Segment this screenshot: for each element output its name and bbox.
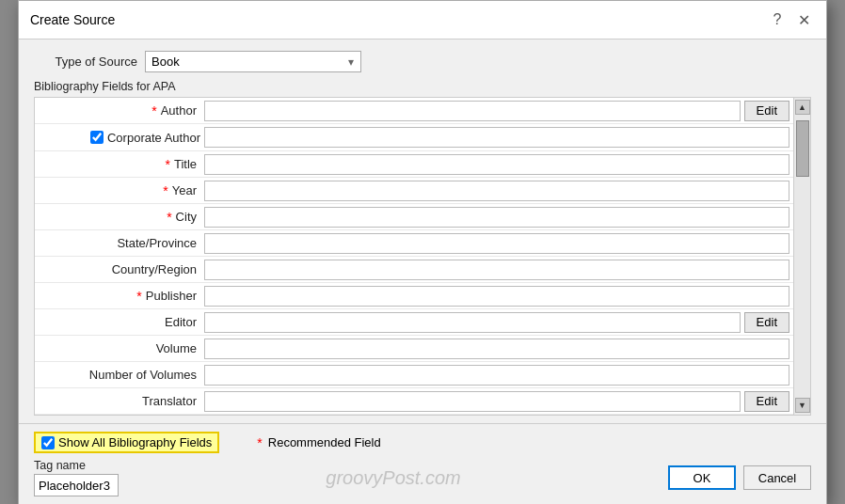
author-label: Author [161, 103, 197, 118]
show-all-label: Show All Bibliography Fields [58, 435, 212, 449]
publisher-row: * Publisher [35, 283, 793, 309]
corporate-author-label: Corporate Author [107, 131, 200, 145]
editor-input[interactable] [204, 312, 741, 333]
city-row: * City [35, 204, 793, 230]
publisher-required-star: * [136, 290, 141, 303]
year-required-star: * [163, 184, 167, 197]
type-of-source-label: Type of Source [34, 55, 137, 69]
recommended-row: * Recommended Field [257, 435, 380, 449]
city-input[interactable] [204, 207, 789, 228]
scroll-up-button[interactable]: ▲ [795, 100, 810, 115]
year-input[interactable] [204, 181, 789, 201]
help-button[interactable]: ? [766, 8, 789, 31]
scroll-down-button[interactable]: ▼ [795, 398, 810, 413]
volume-label-cell: Volume [35, 341, 204, 355]
create-source-dialog: Create Source ? ✕ Type of Source Book Bo… [18, 0, 827, 504]
title-input[interactable] [204, 154, 789, 175]
ok-button[interactable]: OK [668, 465, 736, 490]
scrollbar-track: ▲ ▼ [793, 98, 810, 415]
corporate-author-row: Corporate Author [35, 124, 793, 151]
country-region-input[interactable] [204, 260, 789, 280]
country-region-label: Country/Region [112, 262, 197, 276]
country-region-label-cell: Country/Region [35, 262, 204, 276]
year-label-cell: * Year [35, 183, 204, 197]
translator-label: Translator [142, 394, 197, 408]
volume-row: Volume [35, 336, 793, 362]
type-of-source-select-wrapper: Book Book Section Journal Article Articl… [145, 51, 361, 72]
footer-buttons: OK Cancel [668, 465, 811, 490]
publisher-label-cell: * Publisher [35, 289, 204, 303]
translator-edit-button[interactable]: Edit [744, 391, 789, 412]
bibliography-section-label: Bibliography Fields for APA [34, 80, 811, 93]
footer-bottom: Tag name groovyPost.com OK Cancel [34, 459, 811, 496]
cancel-button[interactable]: Cancel [743, 465, 811, 490]
year-row: * Year [35, 178, 793, 204]
scroll-thumb-area [795, 117, 810, 396]
corporate-author-checkbox[interactable] [90, 131, 104, 144]
title-label: Title [174, 157, 197, 171]
title-bar-controls: ? ✕ [766, 8, 815, 31]
show-all-bibliography-fields-wrapper[interactable]: Show All Bibliography Fields [34, 432, 219, 453]
state-province-row: State/Province [35, 230, 793, 257]
translator-row: Translator Edit [35, 388, 793, 415]
watermark: groovyPost.com [119, 467, 668, 489]
recommended-label: Recommended Field [268, 435, 381, 449]
state-province-label-cell: State/Province [35, 236, 204, 250]
translator-label-cell: Translator [35, 394, 204, 408]
recommended-star: * [257, 436, 262, 449]
footer-top: Show All Bibliography Fields * Recommend… [34, 432, 811, 453]
title-bar: Create Source ? ✕ [19, 1, 826, 39]
state-province-input[interactable] [204, 233, 789, 254]
tag-name-section: Tag name [34, 459, 119, 496]
author-label-cell: * Author [35, 103, 204, 118]
city-label: City [176, 210, 197, 224]
volume-label: Volume [156, 341, 197, 355]
type-of-source-select[interactable]: Book Book Section Journal Article Articl… [145, 51, 361, 72]
translator-input[interactable] [204, 391, 741, 412]
tag-name-input[interactable] [34, 474, 119, 496]
title-required-star: * [165, 158, 169, 171]
dialog-body: Type of Source Book Book Section Journal… [19, 39, 826, 423]
corporate-author-input[interactable] [204, 127, 789, 148]
type-of-source-row: Type of Source Book Book Section Journal… [34, 51, 811, 72]
volume-input[interactable] [204, 339, 789, 359]
scroll-thumb[interactable] [796, 120, 809, 177]
author-input[interactable] [204, 101, 741, 121]
footer: Show All Bibliography Fields * Recommend… [19, 423, 826, 504]
number-of-volumes-label: Number of Volumes [89, 368, 197, 382]
publisher-input[interactable] [204, 286, 789, 307]
state-province-label: State/Province [117, 236, 197, 250]
fields-scroll: * Author Edit Corporate Author [35, 98, 793, 415]
editor-row: Editor Edit [35, 309, 793, 336]
year-label: Year [172, 183, 197, 197]
author-edit-button[interactable]: Edit [744, 101, 789, 121]
author-row: * Author Edit [35, 98, 793, 124]
publisher-label: Publisher [146, 289, 197, 303]
title-row: * Title [35, 151, 793, 178]
show-all-checkbox[interactable] [41, 436, 55, 449]
number-of-volumes-row: Number of Volumes [35, 362, 793, 388]
dialog-title: Create Source [30, 12, 115, 27]
city-required-star: * [167, 211, 171, 224]
number-of-volumes-label-cell: Number of Volumes [35, 368, 204, 382]
editor-label-cell: Editor [35, 315, 204, 329]
number-of-volumes-input[interactable] [204, 365, 789, 386]
corporate-author-checkbox-cell: Corporate Author [35, 131, 204, 145]
country-region-row: Country/Region [35, 257, 793, 283]
editor-edit-button[interactable]: Edit [744, 312, 789, 333]
author-required-star: * [151, 104, 156, 118]
editor-label: Editor [165, 315, 197, 329]
close-button[interactable]: ✕ [792, 8, 815, 31]
fields-container: * Author Edit Corporate Author [34, 97, 811, 416]
tag-name-label: Tag name [34, 459, 119, 472]
title-label-cell: * Title [35, 157, 204, 171]
city-label-cell: * City [35, 210, 204, 224]
